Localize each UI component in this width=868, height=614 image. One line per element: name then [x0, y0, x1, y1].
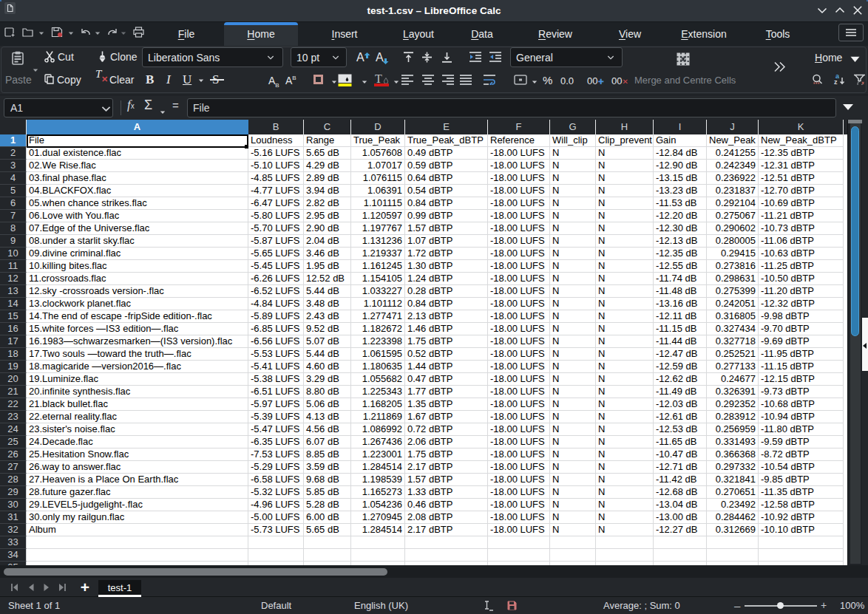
svg-text:z: z	[834, 78, 838, 85]
